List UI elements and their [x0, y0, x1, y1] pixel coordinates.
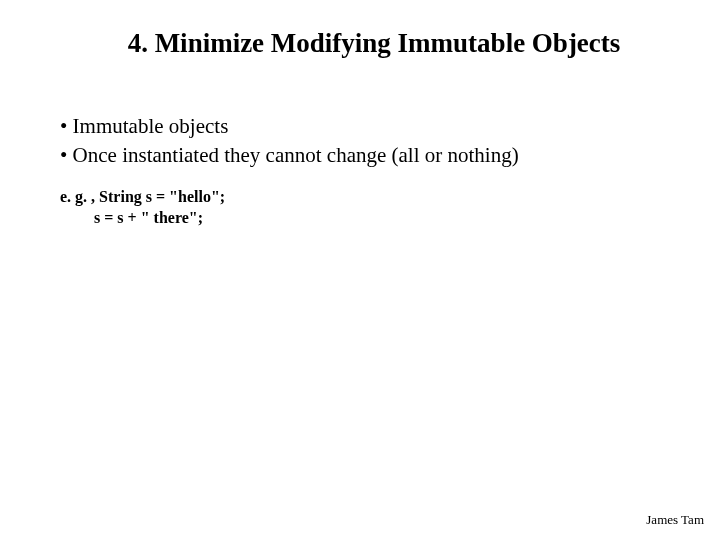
example-line: e. g. , String s = "hello";	[60, 186, 660, 208]
bullet-list: • Immutable objects • Once instantiated …	[60, 113, 660, 170]
example-line: s = s + " there";	[94, 207, 660, 229]
bullet-item: • Once instantiated they cannot change (…	[60, 142, 660, 169]
footer-author: James Tam	[646, 512, 704, 528]
code-example: e. g. , String s = "hello"; s = s + " th…	[60, 186, 660, 229]
slide-title: 4. Minimize Modifying Immutable Objects	[108, 28, 640, 59]
bullet-item: • Immutable objects	[60, 113, 660, 140]
slide: 4. Minimize Modifying Immutable Objects …	[0, 0, 720, 540]
